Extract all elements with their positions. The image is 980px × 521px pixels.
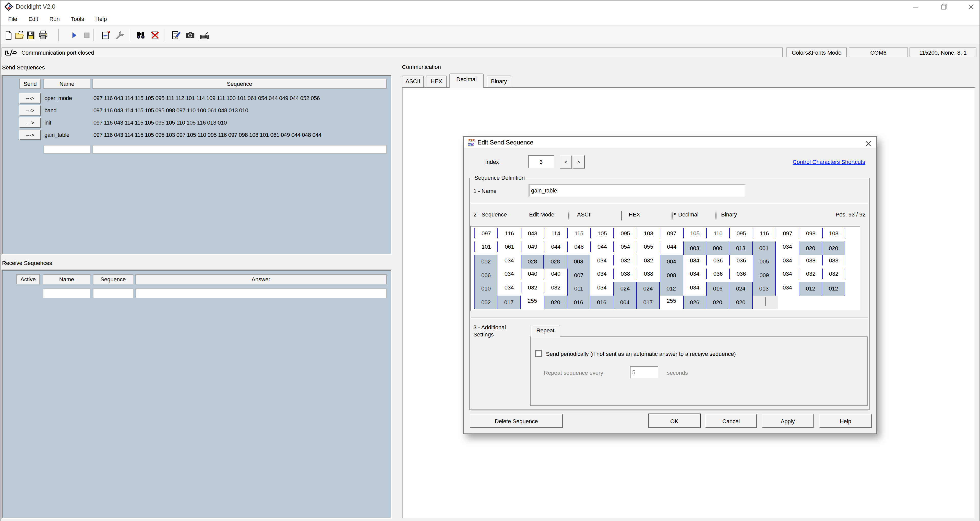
sequence-byte-cell: 034 [498, 255, 521, 265]
communication-title: Communication [402, 64, 441, 70]
sequence-byte-cell: 013 [752, 282, 776, 295]
restore-button[interactable] [935, 0, 953, 13]
control-characters-shortcuts-link[interactable]: Control Characters Shortcuts [792, 159, 865, 165]
menu-edit[interactable]: Edit [23, 14, 44, 24]
menu-run[interactable]: Run [44, 14, 65, 24]
send-row-sequence[interactable]: 097 116 043 114 115 105 095 098 097 110 … [94, 107, 387, 113]
snapshot-camera-icon[interactable] [185, 30, 196, 40]
port-settings-indicator[interactable]: 115200, None, 8, 1 [910, 48, 977, 57]
sequence-byte-cell: 028 [544, 255, 567, 268]
active-column-header: Active [16, 274, 40, 284]
dialog-close-icon[interactable] [865, 139, 871, 149]
sequence-byte-cell: 002 [474, 295, 498, 309]
sequence-byte-row: 0020340280280030340320320040340360360050… [474, 255, 845, 268]
empty-answer-cell[interactable] [135, 289, 387, 298]
window-title: Docklight V2.0 [16, 3, 56, 10]
sequence-byte-cell: 049 [521, 241, 544, 252]
delete-sequence-button[interactable]: Delete Sequence [470, 414, 563, 428]
send-row-button[interactable]: ---> [19, 93, 41, 103]
close-button[interactable] [962, 0, 980, 13]
sequence-byte-cell: 020 [799, 241, 822, 255]
sequence-byte-cell: 017 [636, 295, 660, 309]
tab-repeat[interactable]: Repeat [531, 325, 560, 337]
radio-decimal[interactable] [671, 211, 673, 221]
radio-ascii-label[interactable]: ASCII [577, 211, 592, 218]
send-sequences-table: Send Name Sequence --->oper_mode097 116 … [2, 75, 392, 255]
send-periodically-label[interactable]: Send periodically (if not sent as an aut… [546, 351, 736, 357]
sequence-byte-cell: 016 [590, 295, 614, 309]
radio-binary-label[interactable]: Binary [721, 211, 737, 218]
mode-indicator[interactable]: Colors&Fonts Mode [786, 48, 847, 57]
start-communication-icon[interactable] [68, 30, 79, 40]
radio-hex[interactable] [621, 211, 622, 221]
empty-sequence-cell[interactable] [93, 289, 133, 298]
radio-ascii[interactable] [568, 211, 570, 221]
sequence-byte-cell: 101 [474, 241, 498, 252]
new-file-icon[interactable] [3, 30, 13, 40]
empty-name-cell[interactable] [43, 145, 91, 154]
send-row-name[interactable]: gain_table [45, 132, 91, 138]
tab-hex[interactable]: HEX [426, 76, 447, 87]
send-row-sequence[interactable]: 097 116 043 114 115 105 095 103 097 105 … [94, 132, 387, 138]
project-settings-icon[interactable] [100, 30, 111, 40]
receive-sequences-title: Receive Sequences [2, 260, 52, 266]
index-next-button[interactable]: > [573, 155, 585, 168]
sequence-byte-cell: 024 [614, 282, 637, 295]
position-indicator: Pos. 93 / 92 [836, 211, 865, 218]
send-row-button[interactable]: ---> [19, 105, 41, 115]
send-row-sequence[interactable]: 097 116 043 114 115 105 095 111 112 101 … [94, 95, 387, 101]
radio-binary[interactable] [716, 211, 716, 221]
tab-decimal[interactable]: Decimal [449, 73, 484, 88]
name-label: 1 - Name [473, 188, 496, 194]
tab-ascii[interactable]: ASCII [402, 76, 424, 87]
empty-name-cell[interactable] [43, 289, 91, 298]
sequence-byte-cell: 098 [799, 228, 822, 238]
apply-button[interactable]: Apply [762, 414, 813, 428]
open-folder-icon[interactable] [14, 30, 24, 40]
find-icon[interactable] [135, 30, 146, 40]
send-row-name[interactable]: oper_mode [45, 95, 91, 101]
sequence-byte-cell: 105 [683, 228, 706, 238]
sequence-byte-cell: 012 [660, 282, 683, 295]
sequence-column-header: Sequence [93, 274, 133, 284]
tab-binary[interactable]: Binary [487, 76, 511, 87]
save-icon[interactable] [25, 30, 36, 40]
minimize-button[interactable] [907, 0, 924, 13]
radio-decimal-label[interactable]: Decimal [678, 211, 698, 218]
send-row-sequence[interactable]: 097 116 043 114 115 105 095 105 110 105 … [94, 119, 387, 125]
send-row-button[interactable]: ---> [19, 118, 41, 128]
sequence-byte-cell: 028 [521, 255, 544, 268]
tools-wrench-icon[interactable] [115, 30, 126, 40]
sequence-byte-cell: 007 [567, 268, 590, 282]
menu-help[interactable]: Help [90, 14, 112, 24]
radio-hex-label[interactable]: HEX [628, 211, 640, 218]
sequence-byte-cell: 003 [683, 241, 706, 255]
ok-button[interactable]: OK [649, 414, 700, 428]
index-prev-button[interactable]: < [560, 155, 572, 168]
empty-sequence-cell[interactable] [92, 145, 387, 154]
seconds-label: seconds [667, 370, 688, 376]
repeat-seconds-input[interactable]: 5 [630, 366, 658, 378]
send-row-name[interactable]: init [45, 119, 91, 125]
clear-document-icon[interactable] [150, 30, 161, 40]
send-row-button[interactable]: ---> [19, 130, 41, 140]
name-input[interactable]: gain_table [528, 184, 745, 197]
com-port-indicator[interactable]: COM6 [849, 48, 908, 57]
send-row-name[interactable]: band [45, 107, 91, 113]
sequence-byte-cell: 024 [730, 282, 753, 295]
help-button[interactable]: Help [819, 414, 872, 428]
menu-file[interactable]: File [3, 14, 23, 24]
menu-tools[interactable]: Tools [65, 14, 90, 24]
print-icon[interactable] [38, 30, 49, 40]
sequence-byte-cell: 116 [498, 228, 521, 238]
edit-notes-icon[interactable] [170, 30, 181, 40]
stop-communication-icon[interactable] [81, 30, 92, 40]
keyboard-console-icon[interactable] [199, 30, 209, 40]
index-label: Index [485, 159, 499, 165]
answer-column-header: Answer [135, 274, 387, 284]
cancel-button[interactable]: Cancel [705, 414, 757, 428]
send-periodically-checkbox[interactable] [535, 350, 542, 357]
toolbar [0, 25, 980, 44]
sequence-editor[interactable]: 0971160431141151050951030971051100951160… [470, 226, 861, 311]
index-input[interactable]: 3 [528, 155, 554, 168]
